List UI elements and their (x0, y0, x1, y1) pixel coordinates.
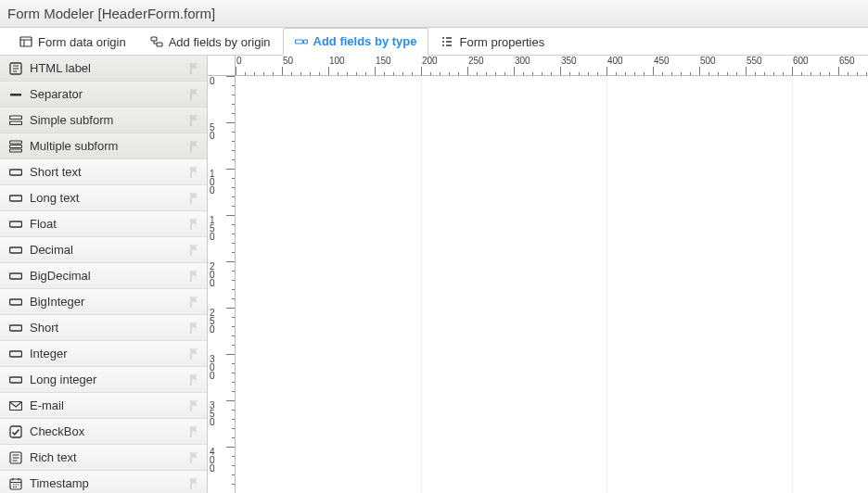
ruler-h-label: 650 (839, 56, 855, 66)
flag-icon[interactable] (188, 88, 201, 101)
text-input-icon (9, 244, 22, 257)
flag-icon[interactable] (188, 192, 201, 205)
flag-icon[interactable] (188, 270, 201, 283)
ruler-h-label: 300 (515, 56, 530, 66)
add-fields-by-type-icon (295, 35, 308, 48)
ruler-v-label: 1 5 0 (210, 216, 219, 241)
horizontal-ruler: 0501001502002503003504004505005506006507… (236, 56, 868, 76)
field-type-item[interactable]: Float (0, 211, 207, 237)
text-input-icon (9, 218, 22, 231)
flag-icon[interactable] (188, 399, 201, 412)
flag-icon[interactable] (188, 114, 201, 127)
ruler-corner (208, 56, 236, 76)
field-type-item[interactable]: CheckBox (0, 419, 207, 445)
field-type-item[interactable]: Long integer (0, 367, 207, 393)
field-type-item[interactable]: Decimal (0, 237, 207, 263)
ruler-h-label: 250 (468, 56, 484, 66)
tab-label: Form data origin (38, 35, 126, 49)
title-bar: Form Modeler [HeaderForm.form] (0, 0, 868, 28)
html-icon (9, 62, 22, 75)
flag-icon[interactable] (188, 477, 201, 490)
field-type-label: Timestamp (30, 476, 181, 490)
field-type-label: BigInteger (30, 295, 181, 309)
tab-label: Form properties (459, 35, 544, 49)
field-type-item[interactable]: Short (0, 315, 207, 341)
field-type-item[interactable]: Integer (0, 341, 207, 367)
main-area: HTML labelSeparatorSimple subformMultipl… (0, 56, 868, 493)
field-type-item[interactable]: Separator (0, 82, 207, 107)
form-properties-icon (440, 35, 453, 48)
field-type-label: Multiple subform (30, 139, 181, 153)
flag-icon[interactable] (188, 218, 201, 231)
field-type-label: CheckBox (30, 424, 181, 438)
flag-icon[interactable] (188, 166, 201, 179)
ruler-h-label: 600 (793, 56, 809, 66)
text-input-icon (9, 322, 22, 335)
field-type-label: Rich text (30, 450, 181, 464)
tab-form-properties[interactable]: Form properties (428, 28, 556, 55)
ruler-h-label: 100 (329, 56, 345, 66)
ruler-h-label: 350 (561, 56, 577, 66)
ruler-v-label: 5 0 (210, 123, 219, 140)
field-type-item[interactable]: Simple subform (0, 107, 207, 133)
canvas-gridline (421, 76, 422, 493)
tab-add-fields-by-type[interactable]: Add fields by type (283, 28, 429, 56)
field-type-label: Simple subform (30, 113, 181, 127)
ruler-h-label: 0 (236, 56, 242, 66)
flag-icon[interactable] (188, 296, 201, 309)
field-type-sidebar: HTML labelSeparatorSimple subformMultipl… (0, 56, 208, 493)
checkbox-icon (9, 425, 22, 438)
flag-icon[interactable] (188, 244, 201, 257)
canvas-area: 0501001502002503003504004505005506006507… (208, 56, 868, 493)
calendar-icon (9, 477, 22, 490)
field-type-label: E-mail (30, 398, 181, 412)
field-type-item[interactable]: HTML label (0, 56, 207, 82)
ruler-h-label: 450 (654, 56, 670, 66)
field-type-label: Decimal (30, 243, 181, 257)
ruler-v-label: 0 (210, 77, 219, 85)
ruler-v-label: 4 0 0 (210, 448, 219, 473)
tab-label: Add fields by origin (169, 35, 271, 49)
field-type-label: Long text (30, 191, 181, 205)
flag-icon[interactable] (188, 425, 201, 438)
field-type-label: Float (30, 217, 181, 231)
ruler-h-label: 550 (747, 56, 762, 66)
text-input-icon (9, 348, 22, 360)
field-type-item[interactable]: Long text (0, 185, 207, 211)
page-title: Form Modeler [HeaderForm.form] (7, 6, 215, 21)
ruler-v-label: 2 0 0 (210, 262, 219, 287)
field-type-label: Short text (30, 165, 181, 179)
tab-add-fields-by-origin[interactable]: Add fields by origin (138, 28, 283, 55)
ruler-h-label: 50 (283, 56, 293, 66)
canvas-gridline (606, 76, 607, 493)
field-type-item[interactable]: BigInteger (0, 289, 207, 315)
field-type-label: BigDecimal (30, 269, 181, 283)
tab-form-data-origin[interactable]: Form data origin (7, 28, 138, 55)
text-input-icon (9, 373, 22, 386)
canvas-gridline (792, 76, 793, 493)
field-type-item[interactable]: E-mail (0, 393, 207, 419)
flag-icon[interactable] (188, 348, 201, 360)
field-type-label: HTML label (30, 61, 181, 75)
field-type-item[interactable]: Timestamp (0, 471, 207, 493)
text-input-icon (9, 192, 22, 205)
richtext-icon (9, 451, 22, 464)
flag-icon[interactable] (188, 322, 201, 335)
field-type-item[interactable]: Short text (0, 159, 207, 185)
flag-icon[interactable] (188, 373, 201, 386)
add-fields-by-origin-icon (150, 35, 163, 48)
flag-icon[interactable] (188, 451, 201, 464)
form-data-origin-icon (19, 35, 32, 48)
form-canvas[interactable] (236, 76, 868, 493)
flag-icon[interactable] (188, 140, 201, 153)
ruler-v-label: 2 5 0 (210, 309, 219, 334)
field-type-label: Separator (30, 87, 181, 101)
field-type-item[interactable]: BigDecimal (0, 263, 207, 289)
flag-icon[interactable] (188, 62, 201, 75)
field-type-item[interactable]: Rich text (0, 445, 207, 471)
field-type-label: Integer (30, 347, 181, 360)
email-icon (9, 399, 22, 412)
text-input-icon (9, 270, 22, 283)
ruler-h-label: 150 (376, 56, 391, 66)
field-type-item[interactable]: Multiple subform (0, 133, 207, 159)
